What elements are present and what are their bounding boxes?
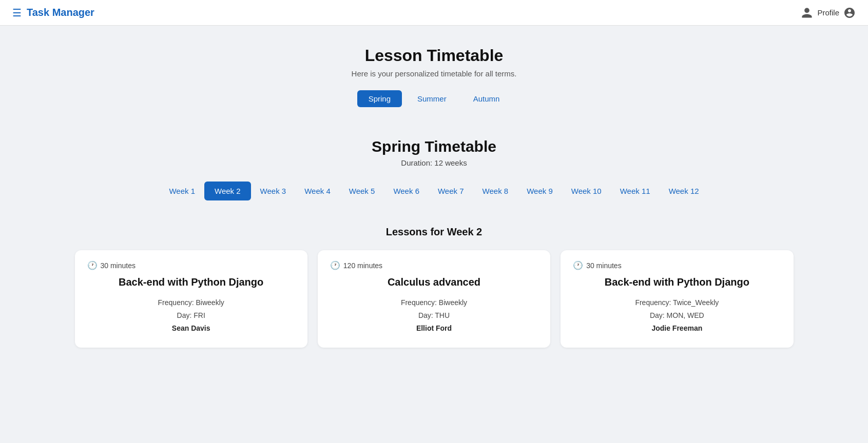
tab-week-12[interactable]: Week 12: [660, 183, 708, 199]
lesson-meta-2: Frequency: Biweekly Day: THU Elliot Ford: [330, 296, 538, 335]
term-tabs: Spring Summer Autumn: [357, 90, 511, 107]
lesson-card-1: 🕐 30 minutes Back-end with Python Django…: [75, 250, 307, 348]
profile-avatar-icon: [843, 7, 856, 19]
clock-icon-1: 🕐: [87, 260, 98, 270]
lesson-duration-3: 30 minutes: [586, 261, 621, 270]
lesson-teacher-1: Sean Davis: [87, 322, 295, 335]
lesson-card-3: 🕐 30 minutes Back-end with Python Django…: [561, 250, 793, 348]
lesson-duration-row-1: 🕐 30 minutes: [87, 260, 295, 270]
profile-icon: [801, 7, 813, 19]
page-subtitle: Here is your personalized timetable for …: [352, 69, 517, 78]
lessons-grid: 🕐 30 minutes Back-end with Python Django…: [75, 250, 794, 348]
profile-label: Profile: [817, 8, 839, 17]
tab-week-8[interactable]: Week 8: [473, 183, 518, 199]
page-title: Lesson Timetable: [352, 46, 517, 65]
timetable-duration: Duration: 12 weeks: [75, 158, 794, 167]
lesson-duration-2: 120 minutes: [343, 261, 382, 270]
lesson-name-2: Calculus advanced: [330, 276, 538, 288]
tab-summer[interactable]: Summer: [406, 90, 458, 107]
tab-autumn[interactable]: Autumn: [462, 90, 511, 107]
tab-week-4[interactable]: Week 4: [295, 183, 340, 199]
lesson-meta-3: Frequency: Twice_Weekly Day: MON, WED Jo…: [573, 296, 781, 335]
lesson-meta-1: Frequency: Biweekly Day: FRI Sean Davis: [87, 296, 295, 335]
task-manager-icon: ☰: [12, 7, 22, 19]
tab-week-11[interactable]: Week 11: [611, 183, 660, 199]
lesson-day-1: Day: FRI: [87, 309, 295, 322]
app-title: Task Manager: [27, 7, 94, 18]
tab-spring[interactable]: Spring: [357, 90, 402, 107]
lesson-frequency-1: Frequency: Biweekly: [87, 296, 295, 309]
lesson-duration-1: 30 minutes: [101, 261, 136, 270]
page-title-section: Lesson Timetable Here is your personaliz…: [352, 46, 517, 78]
lesson-day-2: Day: THU: [330, 309, 538, 322]
tab-week-6[interactable]: Week 6: [384, 183, 429, 199]
timetable-section: Spring Timetable Duration: 12 weeks Week…: [75, 138, 794, 348]
clock-icon-3: 🕐: [573, 260, 583, 270]
header-left: ☰ Task Manager: [12, 7, 94, 19]
tab-week-1[interactable]: Week 1: [160, 183, 204, 199]
tab-week-9[interactable]: Week 9: [517, 183, 562, 199]
lesson-card-2: 🕐 120 minutes Calculus advanced Frequenc…: [318, 250, 550, 348]
tab-week-2[interactable]: Week 2: [204, 182, 251, 200]
tab-week-7[interactable]: Week 7: [429, 183, 473, 199]
lesson-name-3: Back-end with Python Django: [573, 276, 781, 288]
lesson-teacher-2: Elliot Ford: [330, 322, 538, 335]
profile-button[interactable]: Profile: [801, 7, 856, 19]
lesson-name-1: Back-end with Python Django: [87, 276, 295, 288]
clock-icon-2: 🕐: [330, 260, 340, 270]
lesson-frequency-2: Frequency: Biweekly: [330, 296, 538, 309]
main-content: Lesson Timetable Here is your personaliz…: [0, 26, 868, 368]
lesson-day-3: Day: MON, WED: [573, 309, 781, 322]
lesson-duration-row-3: 🕐 30 minutes: [573, 260, 781, 270]
lesson-teacher-3: Jodie Freeman: [573, 322, 781, 335]
week-tabs: Week 1 Week 2 Week 3 Week 4 Week 5 Week …: [75, 182, 794, 200]
lessons-section-title: Lessons for Week 2: [75, 226, 794, 238]
tab-week-10[interactable]: Week 10: [562, 183, 611, 199]
tab-week-5[interactable]: Week 5: [340, 183, 384, 199]
tab-week-3[interactable]: Week 3: [251, 183, 296, 199]
lesson-duration-row-2: 🕐 120 minutes: [330, 260, 538, 270]
lessons-section: Lessons for Week 2 🕐 30 minutes Back-end…: [75, 226, 794, 348]
lesson-frequency-3: Frequency: Twice_Weekly: [573, 296, 781, 309]
app-header: ☰ Task Manager Profile: [0, 0, 868, 26]
timetable-title: Spring Timetable: [75, 138, 794, 155]
